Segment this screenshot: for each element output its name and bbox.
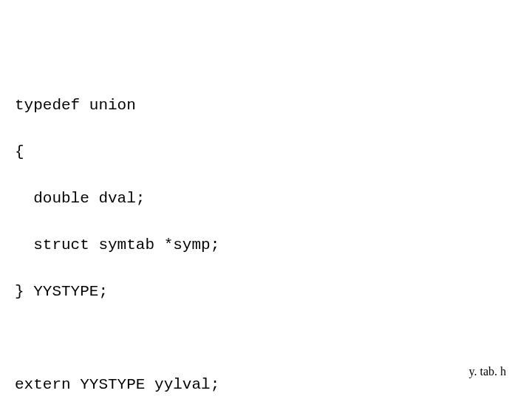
code-line: struct symtab *symp; bbox=[15, 233, 219, 257]
code-blank-line bbox=[15, 327, 219, 350]
footer-filename: y. tab. h bbox=[468, 365, 506, 378]
code-line: { bbox=[15, 140, 219, 164]
code-line: double dval; bbox=[15, 187, 219, 211]
code-line: typedef union bbox=[15, 94, 219, 117]
code-line: } YYSTYPE; bbox=[15, 280, 219, 304]
code-block: typedef union { double dval; struct symt… bbox=[15, 70, 219, 399]
code-line: extern YYSTYPE yylval; bbox=[15, 373, 219, 397]
